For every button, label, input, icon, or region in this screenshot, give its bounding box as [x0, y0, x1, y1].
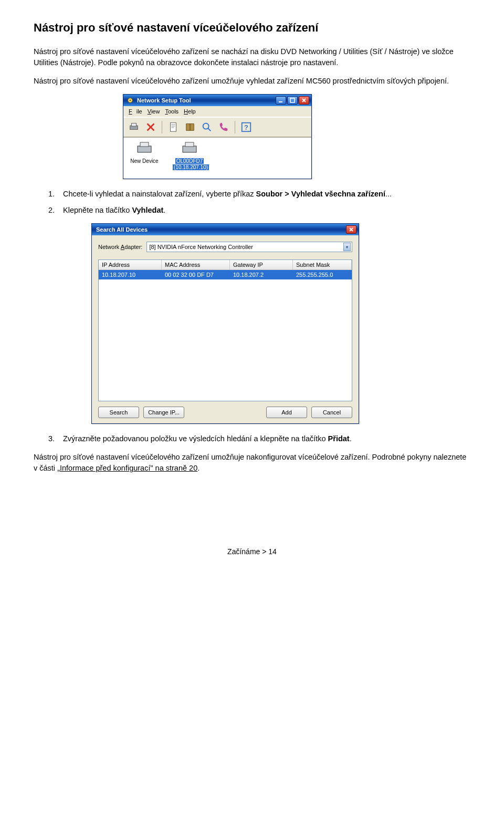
cell-ip: 10.18.207.10: [99, 270, 162, 279]
results-row-selected[interactable]: 10.18.207.10 00 02 32 00 DF D7 10.18.207…: [99, 270, 352, 279]
col-mac[interactable]: MAC Address: [162, 260, 230, 270]
gear-icon: [127, 97, 134, 104]
menu-help[interactable]: Help: [182, 107, 198, 116]
menu-file[interactable]: File: [127, 107, 144, 116]
titlebar[interactable]: Search All Devices: [92, 224, 359, 235]
link-config-info[interactable]: „Informace před konfigurací" na straně 2…: [57, 464, 197, 472]
svg-rect-10: [138, 146, 151, 152]
network-setup-tool-window: Network Setup Tool File View Tools Help …: [123, 94, 312, 179]
svg-point-1: [130, 100, 131, 101]
page-footer: Začínáme > 14: [34, 547, 470, 556]
minimize-button[interactable]: [276, 96, 286, 105]
svg-rect-13: [185, 142, 194, 147]
printer-icon: [181, 141, 198, 157]
col-ip[interactable]: IP Address: [99, 260, 162, 270]
toolbar-delete-button[interactable]: [143, 120, 158, 134]
adapter-label: Network Adapter:: [98, 244, 142, 250]
device-selected[interactable]: OL00DFD7 (10.18.207.10): [173, 141, 206, 170]
maximize-button[interactable]: [287, 96, 298, 105]
step-1: Chcete-li vyhledat a nainstalovat zaříze…: [57, 189, 470, 200]
device-area: New Device OL00DFD7 (10.18.207.10): [123, 137, 311, 179]
window-buttons: [276, 96, 309, 105]
toolbar-book-button[interactable]: [183, 120, 197, 134]
cell-subnet: 255.255.255.0: [293, 270, 352, 279]
results-header: IP Address MAC Address Gateway IP Subnet…: [99, 260, 352, 270]
svg-rect-3: [290, 98, 295, 102]
svg-text:?: ?: [244, 123, 248, 131]
add-button[interactable]: Add: [266, 407, 307, 418]
paragraph-2: Nástroj pro síťové nastavení víceúčelové…: [34, 76, 470, 87]
toolbar-phone-button[interactable]: [216, 120, 231, 134]
adapter-combo[interactable]: [8] NVIDIA nForce Networking Controller …: [146, 242, 352, 252]
paragraph-1: Nástroj pro síťové nastavení víceúčelové…: [34, 46, 470, 68]
svg-rect-5: [131, 123, 136, 127]
svg-rect-2: [279, 101, 282, 102]
menu-tools[interactable]: Tools: [163, 107, 181, 116]
toolbar-search-button[interactable]: [200, 120, 214, 134]
change-ip-button[interactable]: Change IP...: [143, 407, 184, 418]
col-subnet[interactable]: Subnet Mask: [293, 260, 352, 270]
close-button[interactable]: [346, 225, 356, 234]
paragraph-3: Nástroj pro síťové nastavení víceúčelové…: [34, 452, 470, 474]
cell-gateway: 10.18.207.2: [230, 270, 293, 279]
toolbar-help-button[interactable]: ?: [239, 120, 254, 134]
printer-icon: [135, 141, 153, 157]
chevron-down-icon[interactable]: ▾: [343, 243, 351, 251]
search-button[interactable]: Search: [98, 407, 139, 418]
step-2: Klepněte na tlačítko Vyhledat.: [57, 205, 470, 216]
svg-rect-11: [140, 142, 149, 147]
menu-bar: File View Tools Help: [123, 106, 311, 117]
device-new[interactable]: New Device: [128, 141, 161, 164]
toolbar-page-button[interactable]: [166, 120, 181, 134]
cell-mac: 00 02 32 00 DF D7: [162, 270, 230, 279]
toolbar: ?: [123, 117, 311, 137]
svg-rect-12: [183, 146, 196, 152]
col-gateway[interactable]: Gateway IP: [230, 260, 293, 270]
adapter-value: [8] NVIDIA nForce Networking Controller: [149, 244, 253, 250]
close-button[interactable]: [299, 96, 309, 105]
search-all-devices-dialog: Search All Devices Network Adapter: [8] …: [91, 223, 359, 424]
menu-view[interactable]: View: [145, 107, 162, 116]
window-title: Network Setup Tool: [137, 97, 191, 103]
dialog-title: Search All Devices: [96, 226, 148, 233]
heading: Nástroj pro síťové nastavení víceúčelové…: [34, 21, 470, 35]
svg-rect-6: [171, 123, 176, 132]
results-list[interactable]: IP Address MAC Address Gateway IP Subnet…: [98, 259, 352, 401]
titlebar[interactable]: Network Setup Tool: [123, 95, 311, 106]
cancel-button[interactable]: Cancel: [311, 407, 352, 418]
step-3: Zvýrazněte požadovanou položku ve výsled…: [57, 433, 470, 444]
toolbar-printer-button[interactable]: [127, 120, 141, 134]
